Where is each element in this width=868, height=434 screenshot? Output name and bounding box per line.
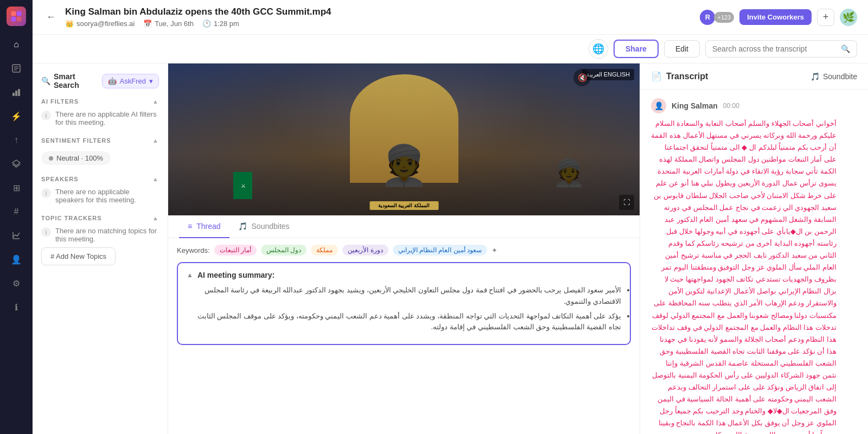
keyword-tag-1[interactable]: أمار التبعات — [214, 245, 257, 256]
invite-coworkers-button[interactable]: Invite Coworkers — [739, 9, 812, 25]
sentiment-filters-section: SENTIMENT FILTERS ▲ Neutral · 100% — [41, 137, 159, 165]
tabs-row: ≡ Thread 🎵 Soundbites — [168, 215, 640, 238]
transcript-header: 📄 Transcript 🎵 Soundbite — [640, 63, 868, 90]
transcript-body: 👤 King Salman 00:00 أخواني أصحاب الجهلاء… — [640, 90, 868, 434]
keyword-tag-2[interactable]: دول المجلس — [261, 245, 307, 256]
edit-button[interactable]: Edit — [664, 40, 700, 58]
transcript-title: 📄 Transcript — [651, 71, 708, 81]
topbar: ← King Salman bin Abdulaziz opens the 40… — [33, 0, 868, 35]
crown-icon: 👑 — [65, 20, 74, 28]
avatar-group: R +123 — [699, 9, 734, 26]
search-icon: 🔍 — [841, 44, 850, 53]
soundbite-button[interactable]: 🎵 Soundbite — [810, 72, 857, 81]
sidebar: ⌂ ⚡ ↑ ⊞ # 👤 ⚙ ℹ — [0, 0, 33, 434]
clock-icon: 🕐 — [202, 20, 211, 28]
summary-toggle[interactable]: ▲ — [187, 271, 193, 279]
tab-soundbites[interactable]: 🎵 Soundbites — [229, 215, 298, 238]
ai-summary-title: AI meeting summary: — [197, 271, 275, 279]
smart-search-header: 🔍 Smart Search 🤖 AskFred ▾ — [41, 72, 159, 90]
topic-label: TOPIC TRACKERS ▲ — [41, 215, 159, 221]
sidebar-item-lightning[interactable]: ⚡ — [7, 106, 26, 126]
speakers-info: i There are no applicable speakers for t… — [41, 188, 159, 204]
speakers-label: SPEAKERS ▲ — [41, 176, 159, 182]
topic-info: i There are no matching topics for this … — [41, 227, 159, 243]
file-time: 1:28 pm — [214, 20, 239, 28]
sidebar-item-layers[interactable] — [7, 154, 26, 174]
sidebar-item-person[interactable]: 👤 — [7, 250, 26, 269]
topic-info-icon: i — [41, 227, 51, 237]
thread-icon: ≡ — [188, 222, 192, 231]
neutral-dot — [49, 156, 53, 161]
search-filter-icon: 🔍 — [41, 76, 50, 85]
mute-button[interactable]: 🔇 — [573, 69, 591, 86]
ai-filters-info: i There are no applicable AI filters for… — [41, 110, 159, 126]
smart-search-button[interactable]: 🔍 Smart Search — [41, 72, 102, 90]
speakers-section: SPEAKERS ▲ i There are no applicable spe… — [41, 176, 159, 204]
keywords-label: Keywords: — [177, 246, 210, 254]
sidebar-item-bar-chart[interactable] — [7, 226, 26, 245]
back-button[interactable]: ← — [43, 10, 59, 25]
svg-rect-8 — [12, 93, 15, 96]
sidebar-item-hash[interactable]: # — [7, 202, 26, 221]
ai-summary-content: الأمير سعود الفيصل يرحب بالحضور في افتتا… — [187, 285, 621, 333]
summary-list: الأمير سعود الفيصل يرحب بالحضور في افتتا… — [187, 285, 621, 333]
file-info: King Salman bin Abdulaziz opens the 40th… — [65, 7, 692, 28]
keyword-tag-3[interactable]: مملكة — [311, 245, 338, 256]
sentiment-chevron[interactable]: ▲ — [152, 137, 159, 144]
sidebar-item-grid[interactable]: ⊞ — [7, 178, 26, 197]
user-profile-avatar[interactable]: 🌿 — [840, 9, 857, 26]
flag-element: ⚔ — [233, 172, 252, 199]
person-icon: 👤 — [654, 101, 663, 110]
transcript-search[interactable]: 🔍 — [705, 40, 857, 58]
speaker-time: 00:00 — [723, 102, 739, 110]
chevron-down-icon: ▾ — [149, 77, 153, 85]
topbar-right: R +123 Invite Coworkers + 🌿 — [699, 9, 857, 26]
sidebar-item-documents[interactable] — [7, 59, 26, 78]
keywords-more[interactable]: ✦ — [492, 246, 497, 254]
svg-rect-10 — [18, 89, 20, 96]
svg-rect-2 — [11, 17, 16, 22]
body-row: 🔍 Smart Search 🤖 AskFred ▾ AI FILTERS ▲ … — [33, 63, 868, 434]
add-topics-button[interactable]: # Add New Topics — [41, 247, 116, 265]
file-date: Tue, Jun 6th — [155, 20, 194, 28]
summary-item-2: يؤكد على أهمية التكاتف لمواجهة التحديات … — [196, 311, 621, 334]
speaker-name: King Salman — [672, 101, 718, 110]
soundbites-icon: 🎵 — [238, 222, 247, 231]
user-email: soorya@fireflies.ai — [76, 20, 135, 28]
sidebar-item-settings[interactable]: ⚙ — [7, 273, 26, 293]
share-button[interactable]: Share — [614, 40, 659, 58]
svg-marker-11 — [12, 160, 20, 165]
ask-fred-button[interactable]: 🤖 AskFred ▾ — [102, 74, 159, 88]
sidebar-item-info[interactable]: ℹ — [7, 297, 26, 317]
svg-rect-1 — [17, 11, 22, 16]
keyword-tag-5[interactable]: سعود أمين العام النظام الإيراني — [393, 245, 487, 256]
bot-icon: 🤖 — [108, 77, 117, 85]
topic-chevron[interactable]: ▲ — [152, 215, 159, 221]
sidebar-item-chart[interactable] — [7, 82, 26, 102]
search-input[interactable] — [712, 44, 837, 53]
nameplate-1: المملكة العربية السعودية — [369, 201, 438, 210]
fullscreen-button[interactable]: ⛶ — [619, 195, 634, 210]
sidebar-item-upload[interactable]: ↑ — [7, 130, 26, 150]
tab-thread[interactable]: ≡ Thread — [179, 215, 229, 238]
keyword-tag-4[interactable]: دورة الأربعين — [342, 245, 388, 256]
add-button[interactable]: + — [817, 9, 834, 26]
sentiment-label: SENTIMENT FILTERS ▲ — [41, 137, 159, 144]
date-item: 📅 Tue, Jun 6th — [143, 20, 194, 28]
app-logo[interactable] — [7, 7, 26, 26]
ai-summary-box: ▲ AI meeting summary: الأمير سعود الفيصل… — [177, 262, 631, 345]
globe-button[interactable]: 🌐 — [589, 39, 608, 59]
video-player[interactable]: ⚔ 👳 👳 العربية ENGLISH 🔇 المملكة العربية … — [168, 63, 640, 215]
ai-filters-chevron[interactable]: ▲ — [152, 98, 159, 105]
ask-fred-label: AskFred — [120, 77, 146, 85]
speaker-row: 👤 King Salman 00:00 — [651, 98, 857, 113]
speakers-chevron[interactable]: ▲ — [152, 176, 159, 182]
main-content: ← King Salman bin Abdulaziz opens the 40… — [33, 0, 868, 434]
left-panel: 🔍 Smart Search 🤖 AskFred ▾ AI FILTERS ▲ … — [33, 63, 168, 434]
speaker-block: 👤 King Salman 00:00 أخواني أصحاب الجهلاء… — [651, 98, 857, 434]
video-container: ⚔ 👳 👳 العربية ENGLISH 🔇 المملكة العربية … — [168, 63, 640, 215]
svg-rect-3 — [17, 17, 22, 22]
soundbite-icon: 🎵 — [810, 72, 820, 81]
time-item: 🕐 1:28 pm — [202, 20, 239, 28]
sidebar-item-home[interactable]: ⌂ — [7, 35, 26, 54]
